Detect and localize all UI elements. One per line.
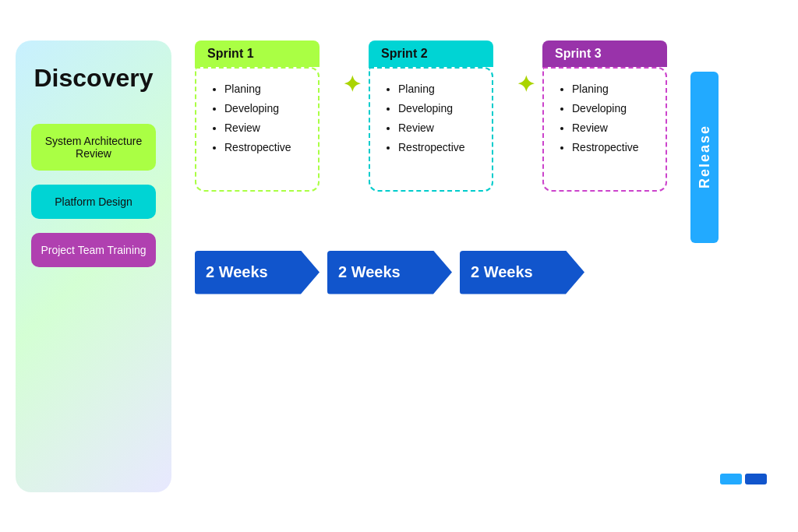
list-item: Restropective bbox=[572, 138, 651, 157]
discovery-title: Discovery bbox=[34, 64, 154, 93]
list-item: Developing bbox=[224, 99, 304, 118]
sprint-3-list: Planing Developing Review Restropective bbox=[558, 79, 651, 158]
sprints-release-row: Sprint 1 Planing Developing Review Restr… bbox=[195, 41, 782, 243]
sprint-3-body: Planing Developing Review Restropective bbox=[542, 67, 667, 192]
week-1-label: 2 Weeks bbox=[206, 263, 268, 281]
list-item: Review bbox=[224, 118, 304, 138]
week-3-label: 2 Weeks bbox=[471, 263, 533, 281]
sprint-1-block: Sprint 1 Planing Developing Review Restr… bbox=[195, 41, 320, 192]
discovery-item-platform: Platform Design bbox=[31, 185, 156, 219]
arrow-week-3: 2 Weeks bbox=[460, 251, 584, 294]
sprint-2-block: Sprint 2 Planing Developing Review Restr… bbox=[369, 41, 493, 192]
discovery-item-architecture: System Architecture Review bbox=[31, 124, 156, 171]
discovery-panel: Discovery System Architecture Review Pla… bbox=[16, 41, 171, 492]
sprint-3-header: Sprint 3 bbox=[542, 41, 667, 67]
list-item: Restropective bbox=[398, 138, 478, 157]
sprint-2-header: Sprint 2 bbox=[369, 41, 493, 67]
arrow-body-1: 2 Weeks bbox=[195, 251, 320, 294]
list-item: Review bbox=[398, 118, 478, 138]
plus-connector-2: ✦ bbox=[517, 72, 535, 97]
sprint-1-header: Sprint 1 bbox=[195, 41, 320, 67]
release-label: Release bbox=[697, 125, 713, 188]
discovery-item-training: Project Team Training bbox=[31, 233, 156, 267]
legend-box-dark bbox=[745, 474, 767, 484]
list-item: Developing bbox=[572, 99, 651, 118]
main-content: Sprint 1 Planing Developing Review Restr… bbox=[195, 41, 782, 492]
arrow-body-2: 2 Weeks bbox=[327, 251, 452, 294]
sprint-1-list: Planing Developing Review Restropective bbox=[210, 79, 304, 158]
arrow-body-3: 2 Weeks bbox=[460, 251, 584, 294]
list-item: Planing bbox=[572, 79, 651, 99]
list-item: Planing bbox=[398, 79, 478, 99]
plus-connector-1: ✦ bbox=[343, 72, 361, 97]
release-bar: Release bbox=[690, 72, 719, 243]
week-2-label: 2 Weeks bbox=[338, 263, 401, 281]
list-item: Developing bbox=[398, 99, 478, 118]
list-item: Restropective bbox=[224, 138, 304, 157]
legend-box-light bbox=[720, 474, 742, 484]
sprint-1-body: Planing Developing Review Restropective bbox=[195, 67, 320, 192]
sprint-2-body: Planing Developing Review Restropective bbox=[369, 67, 493, 192]
sprint-3-block: Sprint 3 Planing Developing Review Restr… bbox=[542, 41, 667, 192]
weeks-row: 2 Weeks 2 Weeks 2 Weeks bbox=[195, 251, 782, 294]
diagram-container: Discovery System Architecture Review Pla… bbox=[0, 0, 798, 532]
arrow-week-2: 2 Weeks bbox=[327, 251, 452, 294]
list-item: Review bbox=[572, 118, 651, 138]
legend bbox=[720, 474, 767, 484]
sprint-2-list: Planing Developing Review Restropective bbox=[384, 79, 478, 158]
arrow-week-1: 2 Weeks bbox=[195, 251, 320, 294]
list-item: Planing bbox=[224, 79, 304, 99]
